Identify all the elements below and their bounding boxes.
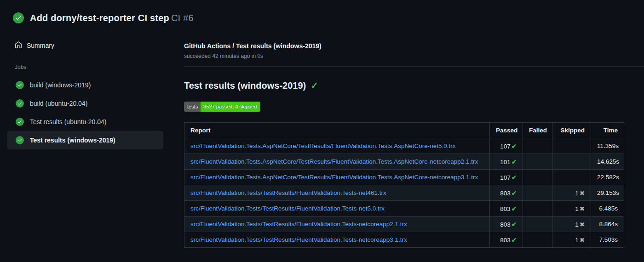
sidebar: Summary Jobs build (windows-2019) build …	[0, 23, 179, 149]
jobs-list: build (windows-2019) build (ubuntu-20.04…	[7, 76, 179, 149]
table-row: src/FluentValidation.Tests.AspNetCore/Te…	[184, 154, 624, 170]
skipped-count: 1	[575, 205, 579, 212]
check-icon: ✔	[512, 221, 517, 228]
cell-failed	[523, 154, 552, 170]
column-header-skipped: Skipped	[552, 123, 591, 138]
cell-skipped: 1✖	[552, 216, 591, 232]
cell-time: 8.864s	[591, 216, 624, 232]
cell-report: src/FluentValidation.Tests.AspNetCore/Te…	[184, 170, 490, 185]
report-link[interactable]: src/FluentValidation.Tests/TestResults/F…	[190, 221, 407, 228]
sidebar-item-build-windows-2019[interactable]: build (windows-2019)	[7, 76, 163, 94]
cell-time: 14.625s	[591, 154, 624, 170]
x-icon: ✖	[580, 190, 585, 197]
section-heading-text: Test results (windows-2019)	[184, 80, 306, 91]
cell-passed: 101✔	[490, 154, 523, 170]
success-check-circle-icon	[16, 136, 24, 144]
cell-report: src/FluentValidation.Tests/TestResults/F…	[184, 232, 490, 248]
report-link[interactable]: src/FluentValidation.Tests/TestResults/F…	[190, 189, 386, 196]
cell-skipped	[552, 154, 591, 170]
run-title-text: Add dorny/test-reporter CI step	[30, 13, 169, 23]
jobs-section-label: Jobs	[7, 64, 179, 70]
cell-report: src/FluentValidation.Tests.AspNetCore/Te…	[184, 138, 490, 154]
passed-count: 803	[500, 190, 511, 197]
column-header-passed: Passed	[490, 123, 523, 138]
cell-report: src/FluentValidation.Tests/TestResults/F…	[184, 185, 490, 201]
cell-failed	[523, 170, 552, 185]
job-label: build (ubuntu-20.04)	[30, 100, 87, 107]
cell-report: src/FluentValidation.Tests/TestResults/F…	[184, 216, 490, 232]
badge-value: 3527 passed, 4 skipped	[201, 102, 260, 112]
skipped-count: 1	[575, 237, 579, 244]
passed-count: 101	[500, 159, 511, 165]
job-label: Test results (windows-2019)	[30, 137, 115, 144]
passed-count: 803	[500, 237, 511, 244]
cell-skipped: 1✖	[552, 185, 591, 201]
passed-count: 803	[500, 205, 511, 212]
check-icon: ✔	[512, 174, 517, 181]
tests-badge: tests 3527 passed, 4 skipped	[184, 102, 260, 112]
success-check-circle-icon	[16, 118, 24, 126]
cell-failed	[523, 216, 552, 232]
cell-time: 7.503s	[591, 232, 624, 248]
sidebar-summary-label: Summary	[27, 42, 54, 49]
report-link[interactable]: src/FluentValidation.Tests/TestResults/F…	[190, 236, 407, 243]
cell-time: 29.153s	[591, 185, 624, 201]
check-icon: ✔	[512, 190, 517, 197]
sidebar-item-summary[interactable]: Summary	[7, 40, 179, 51]
cell-passed: 803✔	[490, 216, 523, 232]
cell-time: 11.359s	[591, 138, 624, 154]
table-header-row: Report Passed Failed Skipped Time	[184, 123, 624, 138]
cell-skipped	[552, 138, 591, 154]
cell-skipped: 1✖	[552, 232, 591, 248]
cell-failed	[523, 185, 552, 201]
table-row: src/FluentValidation.Tests/TestResults/F…	[184, 216, 624, 232]
run-header: Add dorny/test-reporter CI stepCI #6	[0, 0, 644, 23]
passed-count: 107	[500, 174, 511, 181]
main-content: GitHub Actions / Test results (windows-2…	[179, 23, 644, 248]
test-results-table: Report Passed Failed Skipped Time src/Fl…	[184, 122, 624, 248]
skipped-count: 1	[575, 190, 579, 197]
check-icon: ✓	[310, 80, 318, 91]
passed-count: 803	[500, 221, 511, 228]
run-title: Add dorny/test-reporter CI stepCI #6	[30, 13, 194, 23]
check-run-title: GitHub Actions / Test results (windows-2…	[184, 42, 644, 50]
table-row: src/FluentValidation.Tests.AspNetCore/Te…	[184, 138, 624, 154]
column-header-report: Report	[184, 123, 490, 138]
cell-passed: 107✔	[490, 170, 523, 185]
x-icon: ✖	[580, 205, 585, 212]
success-check-circle-icon	[13, 12, 24, 23]
cell-passed: 107✔	[490, 138, 523, 154]
cell-passed: 803✔	[490, 201, 523, 216]
sidebar-item-build-ubuntu-2004[interactable]: build (ubuntu-20.04)	[7, 94, 163, 113]
sidebar-item-test-results-windows-2019[interactable]: Test results (windows-2019)	[7, 131, 163, 149]
passed-count: 107	[500, 143, 511, 150]
home-icon	[15, 41, 22, 50]
report-link[interactable]: src/FluentValidation.Tests.AspNetCore/Te…	[190, 174, 478, 181]
column-header-failed: Failed	[523, 123, 552, 138]
check-icon: ✔	[512, 143, 517, 150]
report-link[interactable]: src/FluentValidation.Tests.AspNetCore/Te…	[190, 158, 478, 165]
table-row: src/FluentValidation.Tests.AspNetCore/Te…	[184, 170, 624, 185]
check-icon: ✔	[512, 159, 517, 165]
job-label: build (windows-2019)	[30, 81, 91, 89]
cell-skipped	[552, 170, 591, 185]
cell-skipped: 1✖	[552, 201, 591, 216]
check-run-status: succeeded 42 minutes ago in 0s	[184, 53, 644, 59]
check-icon: ✔	[512, 237, 517, 244]
header-divider	[184, 66, 644, 67]
workflow-run-page: Add dorny/test-reporter CI stepCI #6 Sum…	[0, 0, 644, 262]
success-check-circle-icon	[16, 81, 24, 89]
cell-report: src/FluentValidation.Tests.AspNetCore/Te…	[184, 154, 490, 170]
report-link[interactable]: src/FluentValidation.Tests/TestResults/F…	[190, 205, 385, 212]
report-link[interactable]: src/FluentValidation.Tests.AspNetCore/Te…	[190, 142, 456, 149]
section-heading: Test results (windows-2019) ✓	[184, 80, 644, 91]
column-header-time: Time	[591, 123, 624, 138]
cell-failed	[523, 201, 552, 216]
cell-failed	[523, 232, 552, 248]
cell-report: src/FluentValidation.Tests/TestResults/F…	[184, 201, 490, 216]
cell-time: 6.485s	[591, 201, 624, 216]
cell-time: 22.582s	[591, 170, 624, 185]
table-row: src/FluentValidation.Tests/TestResults/F…	[184, 201, 624, 216]
sidebar-item-test-results-ubuntu-2004[interactable]: Test results (ubuntu-20.04)	[7, 113, 163, 131]
check-icon: ✔	[512, 205, 517, 212]
